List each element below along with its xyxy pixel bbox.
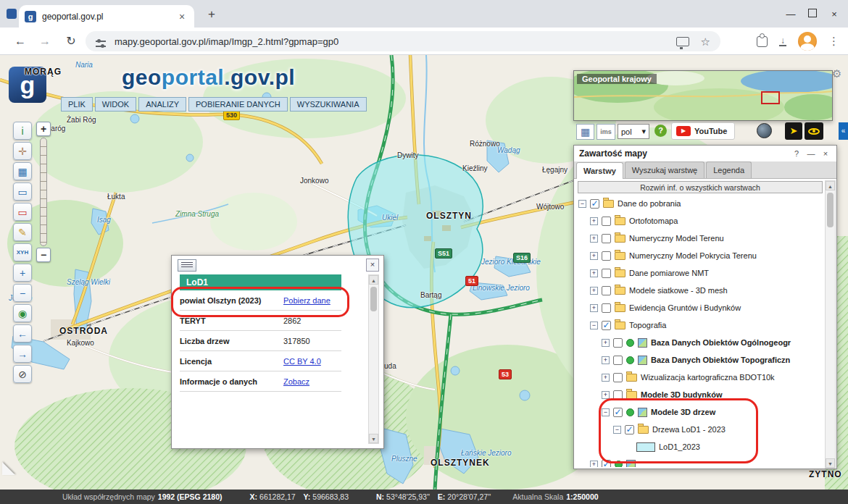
tree-collapse-icon[interactable]: − [613, 426, 621, 434]
reload-button[interactable]: ↻ [62, 33, 80, 50]
globe-icon-button[interactable] [757, 123, 772, 138]
tree-checkbox[interactable] [602, 286, 611, 295]
geoportal-logo[interactable]: g [9, 67, 46, 103]
popup-close-icon[interactable]: × [366, 259, 379, 272]
tree-checkbox[interactable]: ✓ [625, 425, 634, 434]
tab-close-icon[interactable]: × [175, 11, 188, 22]
minimize-button[interactable]: — [780, 9, 802, 20]
tree-item-label[interactable]: Ewidencja Gruntów i Budynków [629, 303, 741, 312]
scroll-up-icon[interactable]: ▲ [369, 275, 378, 285]
scroll-down-icon[interactable]: ▼ [369, 434, 378, 443]
tree-expand-icon[interactable]: + [602, 339, 610, 347]
address-bar[interactable]: mapy.geoportal.gov.pl/imap/Imgp_2.html?g… [86, 31, 720, 51]
quick-action-button[interactable]: ➤ [785, 122, 802, 140]
menu-item-analizy[interactable]: ANALIZY [138, 97, 186, 112]
identify-button[interactable]: i [13, 122, 32, 140]
tree-item-label[interactable]: Drzewa LoD1 - 2023 [652, 425, 726, 434]
collapse-panel-button[interactable]: « [839, 122, 848, 140]
tree-expand-icon[interactable]: + [602, 356, 610, 364]
overview-extent-indicator[interactable] [761, 91, 780, 104]
tree-expand-icon[interactable]: + [590, 235, 598, 243]
tree-checkbox[interactable] [613, 356, 623, 365]
tree-checkbox[interactable] [613, 373, 623, 382]
tree-expand-icon[interactable]: + [590, 304, 598, 312]
scroll-up-icon[interactable]: ▲ [826, 181, 835, 190]
zoom-out-button[interactable]: − [13, 284, 32, 302]
url-text[interactable]: mapy.geoportal.gov.pl/imap/Imgp_2.html?g… [115, 36, 676, 47]
forward-button[interactable]: → [36, 33, 54, 50]
new-tab-button[interactable]: + [203, 6, 220, 23]
attributes-table-button[interactable]: ▦ [13, 162, 32, 180]
tab-legenda[interactable]: Legenda [706, 161, 752, 178]
tree-checkbox[interactable] [613, 338, 623, 348]
zoom-slider[interactable] [40, 138, 47, 246]
page-curl-control[interactable] [2, 462, 15, 475]
tree-checkbox[interactable]: ✓ [590, 199, 599, 209]
help-button[interactable]: ? [654, 125, 667, 137]
site-settings-icon[interactable] [96, 41, 106, 42]
tree-item-label[interactable]: Ortofotomapa [629, 217, 678, 225]
previous-view-button[interactable]: ← [13, 324, 32, 343]
tab-warstwy[interactable]: Warstwy [576, 162, 623, 179]
select-area-button[interactable]: ▭ [13, 182, 32, 201]
tree-checkbox[interactable]: ✓ [602, 460, 611, 468]
bookmark-star-icon[interactable]: ☆ [701, 36, 710, 47]
scroll-thumb[interactable] [827, 193, 834, 227]
tree-checkbox[interactable] [602, 269, 611, 278]
tree-item-label[interactable]: Baza Danych Obiektów Topograficzn [651, 356, 790, 364]
tree-item-label[interactable]: Numeryczny Model Pokrycia Terenu [629, 251, 757, 260]
grid-tool-button[interactable]: ▦ [576, 124, 594, 140]
attribute-link[interactable]: CC BY 4.0 [283, 357, 321, 366]
tab-wyszukaj-warstw[interactable]: Wyszukaj warstwę [625, 161, 704, 178]
tree-item-label[interactable]: Dane do pobrania [618, 199, 681, 208]
maximize-button[interactable] [802, 9, 823, 20]
downloads-icon[interactable]: ↓ [779, 37, 786, 46]
tree-item-label[interactable]: Wizualizacja kartograficzna BDOT10k [641, 373, 775, 382]
tree-checkbox[interactable] [613, 390, 623, 400]
scroll-down-icon[interactable]: ▼ [826, 458, 835, 468]
tree-expand-icon[interactable]: + [590, 269, 598, 277]
panel-scrollbar[interactable]: ▲ ▼ [825, 180, 836, 469]
panel-help-icon[interactable]: ? [791, 149, 802, 158]
ims-tool-button[interactable]: ims [596, 124, 615, 140]
popup-scrollbar[interactable]: ▲ ▼ [368, 274, 379, 444]
tree-checkbox[interactable] [602, 251, 611, 261]
overview-map[interactable]: Geoportal krajowy [573, 70, 833, 121]
menu-item-plik[interactable]: PLIK [61, 97, 93, 112]
profile-avatar[interactable] [798, 32, 817, 51]
tree-item-label[interactable]: Modele 3D budynków [641, 390, 722, 399]
scale-indicator[interactable]: Aktualna Skala1:250000 [512, 492, 598, 501]
tree-expand-icon[interactable]: + [590, 217, 598, 225]
attribute-link[interactable]: Pobierz dane [283, 296, 331, 305]
tree-expand-icon[interactable]: + [590, 252, 598, 260]
panel-close-icon[interactable]: × [820, 149, 831, 158]
install-app-icon[interactable] [676, 37, 689, 46]
zoom-out-button[interactable]: − [36, 248, 51, 262]
menu-item-pobieranie-danych[interactable]: POBIERANIE DANYCH [188, 97, 288, 112]
tree-checkbox[interactable]: ✓ [602, 321, 611, 330]
close-button[interactable]: × [823, 9, 845, 20]
pan-button[interactable]: ✛ [13, 142, 32, 160]
tree-expand-icon[interactable]: + [602, 374, 610, 382]
tree-collapse-icon[interactable]: − [578, 200, 586, 208]
next-view-button[interactable]: → [13, 345, 32, 363]
coordinates-xyh-button[interactable]: XYH [13, 243, 32, 261]
language-select[interactable]: pol ▾ [618, 124, 649, 139]
tree-checkbox[interactable]: ✓ [613, 408, 623, 417]
tree-item-label[interactable]: Dane pomiarowe NMT [629, 269, 709, 277]
tree-item-label[interactable]: Numeryczny Model Terenu [629, 234, 724, 243]
tree-item-label[interactable]: LoD1_2023 [659, 442, 700, 451]
zoom-in-button[interactable]: + [36, 122, 51, 136]
tree-item-label[interactable]: Modele siatkowe - 3D mesh [629, 286, 728, 295]
clear-selection-button[interactable]: ▭ [13, 203, 32, 221]
tree-item-label[interactable]: Modele 3D drzew [651, 408, 715, 416]
tree-checkbox[interactable] [602, 234, 611, 243]
back-button[interactable]: ← [12, 33, 29, 50]
tree-checkbox[interactable] [602, 303, 611, 313]
full-extent-button[interactable]: ◉ [13, 304, 32, 322]
tree-checkbox[interactable] [602, 217, 611, 226]
tree-collapse-icon[interactable]: − [602, 408, 610, 416]
settings-gear-icon[interactable]: ⚙ [832, 67, 841, 80]
zoom-in-button[interactable]: + [13, 264, 32, 282]
tree-item-label[interactable]: Baza Danych Obiektów Ogólnogeogr [651, 338, 791, 347]
